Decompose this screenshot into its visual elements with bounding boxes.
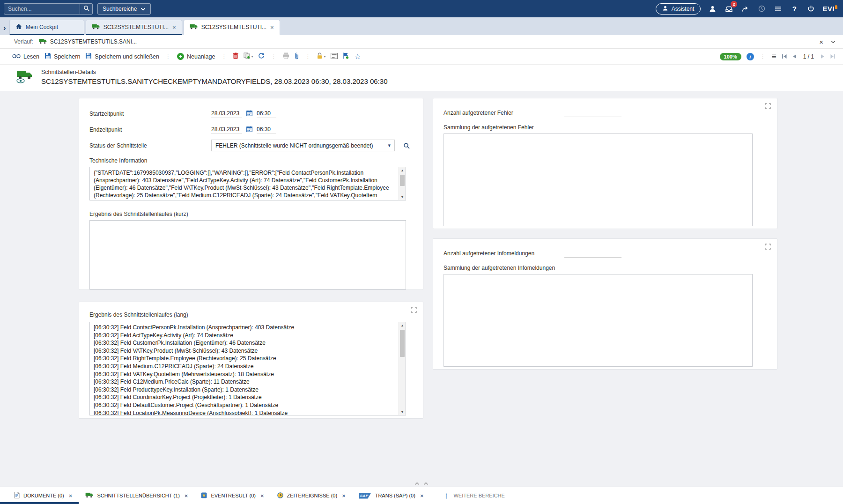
details-card: Startzeitpunkt Endzeitpunkt	[79, 98, 423, 290]
info-count-input[interactable]	[564, 249, 621, 258]
result-long-box[interactable]: [06:30:32] Feld ContactPersonPk.Installa…	[89, 322, 406, 415]
close-icon[interactable]: ×	[172, 24, 176, 30]
end-time-input[interactable]	[257, 125, 276, 134]
previous-page-button[interactable]	[792, 54, 797, 59]
end-time-label: Endzeitpunkt	[89, 126, 211, 133]
info-collection-box[interactable]	[444, 274, 753, 367]
new-record-button[interactable]: + Neuanlage	[177, 53, 215, 60]
scroll-up-icon[interactable]: ▲	[401, 324, 404, 327]
status-select[interactable]: FEHLER (Schnittstelle wurde NICHT ordnun…	[211, 140, 395, 151]
close-icon[interactable]: ×	[420, 492, 424, 499]
power-icon[interactable]	[806, 4, 815, 14]
bottom-tab-eventresult[interactable]: EVENTRESULT (0) ×	[194, 487, 270, 504]
collapse-up-icon[interactable]	[423, 482, 429, 485]
collapse-up-icon[interactable]	[414, 482, 420, 485]
tab-sc12-2-active[interactable]: SC12SYSTEMTESTUTI... ×	[184, 20, 280, 35]
glasses-icon	[12, 53, 21, 60]
result-long-label: Ergebnis des Schnittstellenlaufes (lang)	[89, 311, 405, 318]
application-window: Suchbereiche Assistent 2	[0, 0, 843, 504]
last-page-button[interactable]	[830, 54, 836, 59]
bottom-tab-label: ZEITEREIGNISSE (0)	[287, 493, 338, 498]
read-button[interactable]: Lesen	[12, 53, 39, 60]
close-icon[interactable]: ×	[270, 24, 274, 30]
end-date-input[interactable]	[211, 125, 242, 134]
calendar-icon[interactable]	[246, 110, 252, 118]
tab-mein-cockpit[interactable]: Mein Cockpit	[9, 20, 84, 35]
result-long-card: Ergebnis des Schnittstellenlaufes (lang)…	[79, 302, 423, 419]
search-scope-button[interactable]: Suchbereiche	[97, 3, 151, 15]
chevron-down-icon[interactable]	[831, 40, 836, 44]
chevron-down-icon: ▾	[324, 54, 325, 59]
vertical-scrollbar[interactable]: ▲ ▼	[399, 322, 406, 415]
start-time-input[interactable]	[257, 109, 276, 118]
brand-flame-icon	[835, 5, 837, 9]
bottom-tab-schnittstellenuebersicht[interactable]: SCHNITTSTELLENÜBERSICHT (1) ×	[79, 487, 194, 504]
close-icon[interactable]: ×	[69, 492, 73, 499]
close-icon[interactable]: ×	[185, 492, 188, 499]
log-line: [06:30:32] Feld ContactPersonPk.Installa…	[94, 324, 395, 332]
scrollbar-thumb[interactable]	[400, 330, 405, 357]
copy-button[interactable]: ▾	[244, 52, 253, 60]
close-icon[interactable]: ×	[819, 38, 823, 46]
save-button[interactable]: Speichern	[44, 52, 80, 60]
delete-button[interactable]	[233, 52, 238, 60]
save-and-close-button[interactable]: Speichern und schließen	[85, 52, 159, 60]
search-input[interactable]	[4, 6, 80, 12]
history-entry[interactable]: SC12SYSTEMTESTUTILS.SANI...	[39, 38, 137, 45]
scroll-down-icon[interactable]: ▼	[401, 410, 404, 414]
translate-flag-button[interactable]	[343, 52, 349, 60]
status-lookup-icon[interactable]	[403, 142, 410, 149]
interface-truck-icon	[92, 24, 100, 31]
bottom-tab-zeitereignisse[interactable]: ZEITEREIGNISSE (0) ×	[271, 487, 352, 504]
info-count-label: Anzahl aufgetretener Infomeldungen	[444, 250, 564, 257]
vertical-scrollbar[interactable]: ▲ ▼	[399, 167, 406, 200]
bottom-tab-trans-sap[interactable]: SAP TRANS (SAP) (0) ×	[352, 487, 430, 504]
help-icon[interactable]: ?	[790, 4, 799, 14]
forward-icon[interactable]	[740, 4, 750, 14]
maximize-icon[interactable]	[411, 307, 417, 313]
close-icon[interactable]: ×	[260, 492, 264, 499]
error-count-row: Anzahl aufgetretener Fehler	[444, 108, 759, 118]
history-entry-label: SC12SYSTEMTESTUTILS.SANI...	[50, 38, 137, 45]
tab-sc12-1[interactable]: SC12SYSTEMTESTUTI... ×	[86, 20, 182, 35]
first-page-button[interactable]	[782, 54, 787, 59]
status-row: Status der Schnittstelle FEHLER (Schnitt…	[89, 140, 405, 151]
open-tabs-strip: › Mein Cockpit SC12SYSTEMTESTUTI... × SC…	[0, 17, 843, 35]
next-page-button[interactable]	[821, 54, 825, 59]
save-disk-icon	[44, 52, 51, 60]
chevron-down-icon: ▾	[388, 142, 391, 148]
protocol-list-icon[interactable]	[773, 4, 783, 14]
tabs-overflow-chevron-icon[interactable]: ›	[3, 24, 6, 32]
refresh-button[interactable]	[258, 52, 265, 60]
tab-label: SC12SYSTEMTESTUTI...	[104, 24, 169, 30]
attachment-button[interactable]	[295, 52, 299, 61]
scroll-up-icon[interactable]: ▲	[401, 169, 404, 172]
more-areas-button[interactable]: ⋮ WEITERE BEREICHE	[436, 487, 511, 504]
maximize-icon[interactable]	[765, 103, 771, 109]
tech-info-box[interactable]: {"STARTDATE":1679985030937,"LOGGING":[],…	[89, 167, 406, 200]
assistant-icon	[662, 5, 668, 13]
toolbar-separator: ⋮	[759, 53, 767, 60]
inbox-icon[interactable]: 2	[724, 4, 733, 14]
user-icon[interactable]	[708, 4, 717, 14]
calendar-icon[interactable]	[246, 126, 252, 133]
permissions-button[interactable]: ▾	[317, 52, 325, 60]
info-icon[interactable]: i	[747, 53, 754, 60]
result-short-box[interactable]	[89, 220, 406, 289]
error-count-input[interactable]	[564, 109, 621, 117]
assistant-button[interactable]: Assistent	[656, 3, 701, 15]
menu-icon[interactable]: ≡	[772, 52, 776, 61]
scrollbar-thumb[interactable]	[400, 175, 405, 186]
error-collection-box[interactable]	[444, 133, 753, 226]
print-button[interactable]	[282, 52, 289, 60]
search-button[interactable]	[80, 4, 92, 14]
close-icon[interactable]: ×	[342, 492, 346, 499]
bottom-tab-dokumente[interactable]: DOKUMENTE (0) ×	[7, 487, 79, 504]
maximize-icon[interactable]	[765, 244, 771, 250]
history-clock-icon[interactable]	[757, 4, 766, 14]
lock-icon	[317, 52, 323, 60]
protocol-button[interactable]	[331, 53, 338, 60]
favorite-star-icon[interactable]: ☆	[354, 53, 361, 60]
start-date-input[interactable]	[211, 109, 242, 118]
scroll-down-icon[interactable]: ▼	[401, 195, 404, 199]
